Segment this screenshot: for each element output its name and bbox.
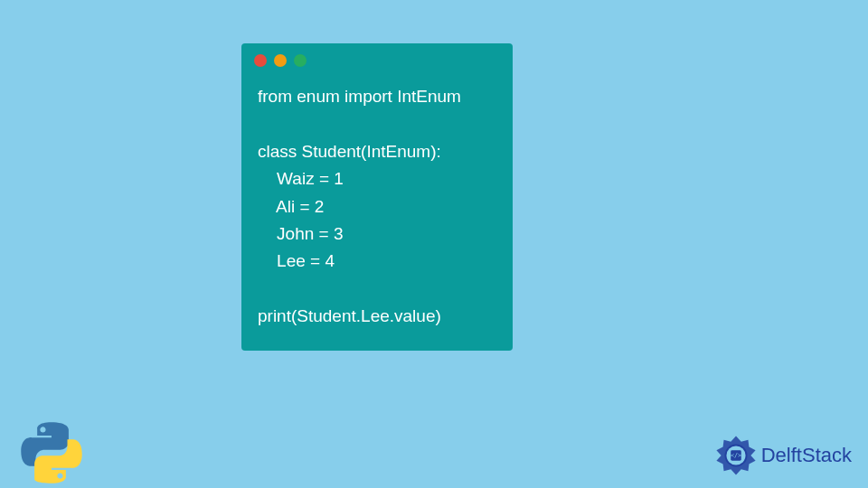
minimize-dot-icon (274, 54, 287, 67)
code-body: from enum import IntEnum class Student(I… (241, 70, 513, 351)
maximize-dot-icon (294, 54, 307, 67)
code-window: from enum import IntEnum class Student(I… (241, 43, 513, 351)
svg-text:</>: </> (731, 452, 741, 459)
delftstack-logo: </> DelftStack (714, 434, 852, 477)
code-line: Waiz = 1 (258, 169, 344, 188)
close-dot-icon (254, 54, 267, 67)
code-line: print(Student.Lee.value) (258, 306, 441, 325)
brand-name: DelftStack (761, 444, 852, 467)
code-line: John = 3 (258, 224, 344, 243)
window-header (241, 43, 513, 70)
code-line: Ali = 2 (258, 197, 324, 216)
code-line: from enum import IntEnum (258, 87, 461, 106)
python-logo-icon (20, 421, 83, 484)
code-line: class Student(IntEnum): (258, 142, 441, 161)
delftstack-badge-icon: </> (714, 434, 758, 477)
code-line: Lee = 4 (258, 251, 335, 270)
